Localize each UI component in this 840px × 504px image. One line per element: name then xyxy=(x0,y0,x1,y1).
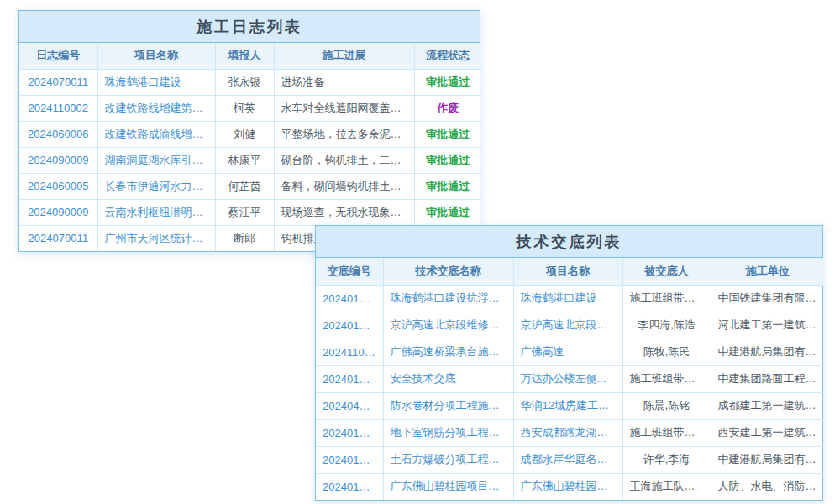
cell-id[interactable]: 2024110001 xyxy=(316,339,383,365)
cell-filler: 张永银 xyxy=(215,69,274,95)
technical-disclosure-panel: 技术交底列表 交底编号 技术交底名称 项目名称 被交底人 施工单位 202401… xyxy=(315,225,823,501)
construction-log-table: 日志编号 项目名称 填报人 施工进展 流程状态 2024070011珠海鹤港口建… xyxy=(19,43,481,251)
cell-project[interactable]: 广佛高速 xyxy=(513,339,622,365)
cell-name[interactable]: 防水卷材分项工程施工技... xyxy=(383,392,513,419)
table-row[interactable]: 2024110001广佛高速桥梁承台施工技...广佛高速陈牧,陈民中建港航局集团… xyxy=(316,339,824,365)
cell-project[interactable]: 成都水岸华庭名苑... xyxy=(513,446,622,473)
cell-id[interactable]: 2024090009 xyxy=(19,199,97,225)
cell-id[interactable]: 2024010002 xyxy=(316,446,383,473)
cell-name[interactable]: 土石方爆破分项工程施工... xyxy=(383,446,513,473)
cell-project[interactable]: 珠海鹤港口建设 xyxy=(513,285,622,312)
cell-receiver: 许华,李海 xyxy=(622,446,711,473)
cell-filler: 林康平 xyxy=(215,147,274,173)
cell-id[interactable]: 2024010004 xyxy=(316,312,383,339)
cell-name[interactable]: 地下室钢筋分项工程施工... xyxy=(383,419,513,446)
cell-status: 审批通过 xyxy=(414,199,481,225)
cell-filler: 刘健 xyxy=(215,121,274,147)
cell-project[interactable]: 广东佛山碧桂园项目 xyxy=(513,473,622,500)
cell-project[interactable]: 长春市伊通河水力发电厂... xyxy=(97,173,215,199)
cell-receiver: 李四海,陈浩 xyxy=(622,312,711,339)
cell-unit: 西安建工第一建筑有... xyxy=(711,419,824,446)
cell-id[interactable]: 2024070011 xyxy=(19,69,97,95)
col-log-id: 日志编号 xyxy=(19,43,97,69)
cell-id[interactable]: 2024070011 xyxy=(19,225,97,251)
col-filler: 填报人 xyxy=(215,43,274,69)
col-project-name: 项目名称 xyxy=(97,43,215,69)
cell-name[interactable]: 广东佛山碧桂园项目人防... xyxy=(383,473,513,500)
cell-status: 审批通过 xyxy=(414,121,481,147)
cell-progress: 备料，砌间墙钩机排土，瓦... xyxy=(274,173,414,199)
cell-project[interactable]: 改建铁路成渝线增建第二... xyxy=(97,121,215,147)
cell-filler: 何芷茵 xyxy=(215,173,274,199)
cell-project[interactable]: 湖南洞庭湖水库引水工程... xyxy=(97,147,215,173)
cell-project[interactable]: 京沪高速北京段维修 xyxy=(513,312,622,339)
cell-filler: 蔡江平 xyxy=(215,199,274,225)
cell-id[interactable]: 2024060006 xyxy=(19,121,97,147)
cell-id[interactable]: 2024010001 xyxy=(316,473,383,500)
cell-project[interactable]: 华润12城房建工程... xyxy=(513,392,622,419)
desktop: 施工日志列表 日志编号 项目名称 填报人 施工进展 流程状态 202407001… xyxy=(0,0,840,504)
cell-id[interactable]: 2024090009 xyxy=(19,147,97,173)
construction-log-title: 施工日志列表 xyxy=(19,11,480,43)
cell-status: 审批通过 xyxy=(414,147,481,173)
cell-name[interactable]: 安全技术交底 xyxy=(383,365,513,392)
technical-disclosure-table: 交底编号 技术交底名称 项目名称 被交底人 施工单位 2024010003珠海鹤… xyxy=(316,258,824,500)
col-receiver: 被交底人 xyxy=(622,258,711,285)
cell-unit: 人防、水电、消防暖通... xyxy=(711,473,824,500)
cell-receiver: 施工班组带班... xyxy=(622,419,711,446)
cell-unit: 中国铁建集团有限公司 xyxy=(711,285,824,312)
cell-unit: 中建港航局集团有限... xyxy=(711,339,824,365)
cell-progress: 水车对全线遮阳网覆盖点进... xyxy=(274,95,414,121)
table-row[interactable]: 2024060006改建铁路成渝线增建第二...刘健平整场地，拉去多余泥土15.… xyxy=(19,121,481,147)
cell-project[interactable]: 万达办公楼左侧... xyxy=(513,365,622,392)
cell-id[interactable]: 2024110002 xyxy=(19,95,97,121)
cell-id[interactable]: 2024010003 xyxy=(316,365,383,392)
cell-unit: 中建集团路面工程有... xyxy=(711,365,824,392)
cell-project[interactable]: 云南水利枢纽潜明水库一... xyxy=(97,199,215,225)
cell-unit: 成都建工第一建筑有... xyxy=(711,392,824,419)
cell-project[interactable]: 珠海鹤港口建设 xyxy=(97,69,215,95)
cell-progress: 平整场地，拉去多余泥土15... xyxy=(274,121,414,147)
col-progress: 施工进展 xyxy=(274,43,414,69)
table-row[interactable]: 2024010002地下室钢筋分项工程施工...西安成都路龙湖上...施工班组带… xyxy=(316,419,824,446)
cell-filler: 柯英 xyxy=(215,95,274,121)
cell-progress: 进场准备 xyxy=(274,69,414,95)
technical-disclosure-header-row: 交底编号 技术交底名称 项目名称 被交底人 施工单位 xyxy=(316,258,824,285)
table-row[interactable]: 2024010002土石方爆破分项工程施工...成都水岸华庭名苑...许华,李海… xyxy=(316,446,824,473)
cell-project[interactable]: 西安成都路龙湖上... xyxy=(513,419,622,446)
cell-unit: 河北建工第一建筑有... xyxy=(711,312,824,339)
table-row[interactable]: 2024010003珠海鹤港口建设抗浮锚杆...珠海鹤港口建设施工班组带班...… xyxy=(316,285,824,312)
table-row[interactable]: 2024010001广东佛山碧桂园项目人防...广东佛山碧桂园项目王海施工队全队… xyxy=(316,473,824,500)
cell-status: 作废 xyxy=(414,95,481,121)
cell-name[interactable]: 广佛高速桥梁承台施工技... xyxy=(383,339,513,365)
cell-project[interactable]: 改建铁路线增建第二线直... xyxy=(97,95,215,121)
table-row[interactable]: 2024010003安全技术交底万达办公楼左侧...施工班组带班...中建集团路… xyxy=(316,365,824,392)
technical-disclosure-title: 技术交底列表 xyxy=(316,226,822,258)
col-project-name: 项目名称 xyxy=(513,258,622,285)
construction-log-header-row: 日志编号 项目名称 填报人 施工进展 流程状态 xyxy=(19,43,481,69)
table-row[interactable]: 2024090009湖南洞庭湖水库引水工程...林康平砌台阶，钩机排土，二包砌.… xyxy=(19,147,481,173)
cell-id[interactable]: 2024040001 xyxy=(316,392,383,419)
cell-id[interactable]: 2024010003 xyxy=(316,285,383,312)
cell-id[interactable]: 2024010002 xyxy=(316,419,383,446)
cell-id[interactable]: 2024060005 xyxy=(19,173,97,199)
cell-project[interactable]: 广州市天河区统计局机房... xyxy=(97,225,215,251)
cell-status: 审批通过 xyxy=(414,173,481,199)
table-row[interactable]: 2024110002改建铁路线增建第二线直...柯英水车对全线遮阳网覆盖点进..… xyxy=(19,95,481,121)
table-row[interactable]: 2024060005长春市伊通河水力发电厂...何芷茵备料，砌间墙钩机排土，瓦.… xyxy=(19,173,481,199)
col-disclosure-name: 技术交底名称 xyxy=(383,258,513,285)
cell-name[interactable]: 京沪高速北京段维修桩帽... xyxy=(383,312,513,339)
cell-receiver: 施工班组带班... xyxy=(622,285,711,312)
cell-unit: 中建港航局集团有限... xyxy=(711,446,824,473)
construction-log-panel: 施工日志列表 日志编号 项目名称 填报人 施工进展 流程状态 202407001… xyxy=(18,10,480,252)
table-row[interactable]: 2024040001防水卷材分项工程施工技...华润12城房建工程...陈晨,陈… xyxy=(316,392,824,419)
col-status: 流程状态 xyxy=(414,43,481,69)
cell-filler: 断郎 xyxy=(215,225,274,251)
table-row[interactable]: 2024010004京沪高速北京段维修桩帽...京沪高速北京段维修李四海,陈浩河… xyxy=(316,312,824,339)
cell-name[interactable]: 珠海鹤港口建设抗浮锚杆... xyxy=(383,285,513,312)
cell-status: 审批通过 xyxy=(414,69,481,95)
cell-receiver: 施工班组带班... xyxy=(622,365,711,392)
table-row[interactable]: 2024070011珠海鹤港口建设张永银进场准备审批通过 xyxy=(19,69,481,95)
cell-receiver: 陈晨,陈铭 xyxy=(622,392,711,419)
table-row[interactable]: 2024090009云南水利枢纽潜明水库一...蔡江平现场巡查，无积水现象，水.… xyxy=(19,199,481,225)
